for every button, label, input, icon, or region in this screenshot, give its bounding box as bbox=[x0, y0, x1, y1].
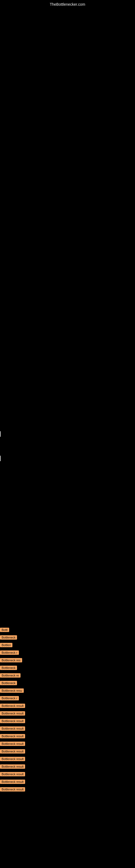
bottleneck-badge[interactable]: Bottlen bbox=[0, 643, 12, 647]
bottleneck-badge[interactable]: Bottleneck result bbox=[0, 726, 25, 731]
cursor-line-1 bbox=[0, 431, 1, 437]
bottleneck-badge[interactable]: Bottleneck result bbox=[0, 704, 25, 708]
bottleneck-badge[interactable]: Bottleneck result bbox=[0, 734, 25, 738]
list-item[interactable]: Bottleneck resu bbox=[0, 687, 135, 693]
list-item[interactable]: Bottleneck res bbox=[0, 657, 135, 663]
list-item[interactable]: Bottl bbox=[0, 627, 135, 632]
bottleneck-badge[interactable]: Bottleneck bbox=[0, 635, 17, 640]
bottleneck-badge[interactable]: Bottleneck result bbox=[0, 757, 25, 761]
bottleneck-items-container: BottlBottleneckBottlenBottleneck rBottle… bbox=[0, 627, 135, 794]
bottleneck-badge[interactable]: Bottleneck r bbox=[0, 696, 19, 701]
bottleneck-badge[interactable]: Bottleneck r bbox=[0, 650, 19, 655]
list-item[interactable]: Bottleneck result bbox=[0, 763, 135, 769]
bottleneck-badge[interactable]: Bottleneck re bbox=[0, 673, 20, 678]
bottleneck-badge[interactable]: Bottleneck bbox=[0, 681, 17, 685]
list-item[interactable]: Bottleneck result bbox=[0, 748, 135, 754]
list-item[interactable]: Bottleneck result bbox=[0, 741, 135, 746]
bottleneck-badge[interactable]: Bottleneck res bbox=[0, 658, 22, 662]
bottleneck-badge[interactable]: Bottleneck result bbox=[0, 780, 25, 784]
list-item[interactable]: Bottleneck result bbox=[0, 703, 135, 709]
list-item[interactable]: Bottleneck re bbox=[0, 672, 135, 678]
list-item[interactable]: Bottleneck result bbox=[0, 786, 135, 792]
list-item[interactable]: Bottleneck result bbox=[0, 718, 135, 724]
list-item[interactable]: Bottleneck r bbox=[0, 649, 135, 655]
list-item[interactable]: Bottleneck result bbox=[0, 725, 135, 731]
bottleneck-badge[interactable]: Bottleneck result bbox=[0, 719, 25, 723]
bottleneck-badge[interactable]: Bottleneck resu bbox=[0, 688, 24, 693]
bottleneck-badge[interactable]: Bottleneck result bbox=[0, 764, 25, 769]
bottleneck-badge[interactable]: Bottl bbox=[0, 628, 9, 632]
site-title: TheBottlenecker.com bbox=[50, 2, 85, 6]
bottleneck-badge[interactable]: Bottleneck result bbox=[0, 772, 25, 776]
list-item[interactable]: Bottleneck result bbox=[0, 771, 135, 777]
list-item[interactable]: Bottleneck r bbox=[0, 695, 135, 701]
list-item[interactable]: Bottleneck result bbox=[0, 733, 135, 739]
bottleneck-badge[interactable]: Bottleneck result bbox=[0, 787, 25, 792]
list-item[interactable]: Bottleneck result bbox=[0, 710, 135, 716]
list-item[interactable]: Bottleneck result bbox=[0, 778, 135, 784]
list-item[interactable]: Bottleneck bbox=[0, 664, 135, 671]
bottleneck-badge[interactable]: Bottleneck result bbox=[0, 742, 25, 746]
bottleneck-badge[interactable]: Bottleneck bbox=[0, 665, 17, 670]
list-item[interactable]: Bottleneck result bbox=[0, 756, 135, 762]
cursor-line-2 bbox=[0, 456, 1, 461]
bottleneck-badge[interactable]: Bottleneck result bbox=[0, 711, 25, 716]
list-item[interactable]: Bottlen bbox=[0, 642, 135, 648]
bottleneck-badge[interactable]: Bottleneck result bbox=[0, 749, 25, 753]
list-item[interactable]: Bottleneck bbox=[0, 634, 135, 640]
list-item[interactable]: Bottleneck bbox=[0, 680, 135, 686]
